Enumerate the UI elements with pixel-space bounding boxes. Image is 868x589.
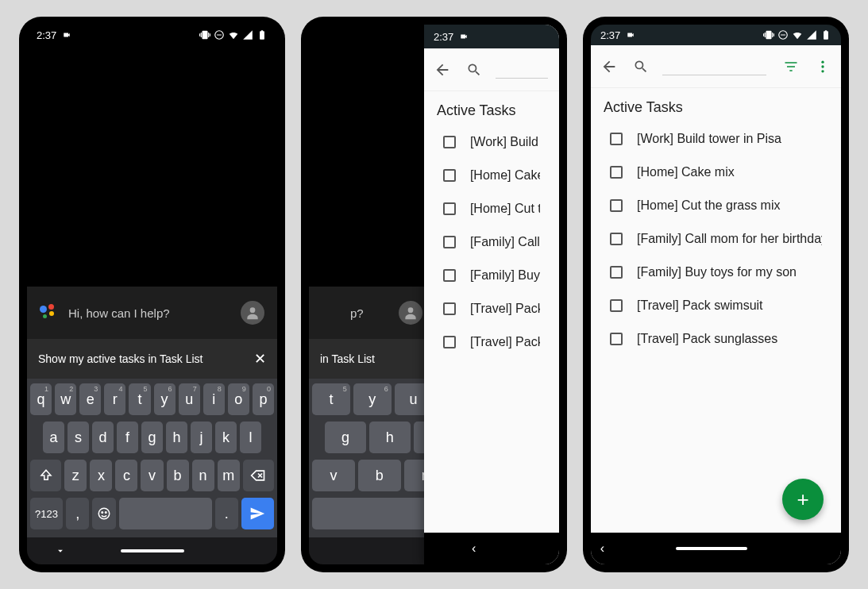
task-item[interactable]: [Work] Build t <box>424 125 559 159</box>
key-y[interactable]: y6 <box>154 383 176 415</box>
task-item[interactable]: [Home] Cut the grass mix <box>591 189 841 222</box>
task-text: [Home] Cake <box>470 168 540 183</box>
back-icon[interactable] <box>432 60 453 80</box>
status-time: 2:37 <box>434 31 453 43</box>
task-item[interactable]: [Travel] Pack sunglasses <box>591 322 841 356</box>
space-key[interactable] <box>119 498 212 529</box>
emoji-key[interactable] <box>92 498 115 529</box>
key-g[interactable]: g <box>141 422 163 453</box>
task-item[interactable]: [Travel] Pack swimsuit <box>591 289 841 322</box>
back-icon[interactable] <box>599 56 619 77</box>
checkbox[interactable] <box>443 202 456 215</box>
key-k[interactable]: k <box>215 422 237 453</box>
task-item[interactable]: [Family] Buy t <box>424 259 559 292</box>
home-indicator[interactable] <box>121 549 184 552</box>
checkbox[interactable] <box>610 299 623 312</box>
period-key[interactable]: . <box>215 498 238 529</box>
checkbox[interactable] <box>610 333 623 345</box>
task-text: [Family] Buy toys for my son <box>637 265 797 279</box>
search-icon[interactable] <box>464 60 484 80</box>
key-m[interactable]: m <box>218 460 240 491</box>
key-n[interactable]: n <box>192 460 214 491</box>
user-avatar[interactable] <box>241 301 264 325</box>
close-icon[interactable]: ✕ <box>254 350 266 368</box>
backspace-key[interactable] <box>243 460 274 491</box>
task-item[interactable]: [Travel] Pack s <box>424 325 559 359</box>
key-p[interactable]: p0 <box>253 383 274 415</box>
task-item[interactable]: [Family] Call m <box>424 225 559 259</box>
task-item[interactable]: [Home] Cake mix <box>591 156 841 189</box>
wifi-icon <box>228 29 239 40</box>
search-icon[interactable] <box>631 56 651 77</box>
assistant-input-text: Show my active tasks in Task List <box>38 352 203 365</box>
key-q[interactable]: q1 <box>30 383 52 415</box>
key-f[interactable]: f <box>117 422 138 453</box>
key-o[interactable]: o9 <box>228 383 249 415</box>
key-x[interactable]: x <box>90 460 112 491</box>
task-item[interactable]: [Family] Call mom for her birthday <box>591 222 841 256</box>
key-t[interactable]: t5 <box>312 383 350 415</box>
more-icon[interactable] <box>812 56 833 77</box>
key-e[interactable]: e3 <box>79 383 101 415</box>
comma-key[interactable]: , <box>66 498 89 529</box>
task-text: [Travel] Pack sunglasses <box>637 332 777 346</box>
nav-back-icon[interactable]: ‹ <box>472 541 476 556</box>
user-avatar[interactable] <box>399 301 422 325</box>
nav-back-icon[interactable]: ‹ <box>600 541 604 556</box>
key-b[interactable]: b <box>358 460 401 491</box>
assistant-prompt-bar[interactable]: Hi, how can I help? <box>27 287 277 339</box>
key-c[interactable]: c <box>115 460 137 491</box>
checkbox[interactable] <box>443 302 456 315</box>
checkbox[interactable] <box>610 166 623 179</box>
key-w[interactable]: w2 <box>55 383 76 415</box>
send-key[interactable] <box>241 498 274 529</box>
key-h[interactable]: h <box>166 422 187 453</box>
checkbox[interactable] <box>610 133 623 145</box>
checkbox[interactable] <box>610 266 623 279</box>
checkbox[interactable] <box>610 233 623 245</box>
key-r[interactable]: r4 <box>104 383 125 415</box>
key-y[interactable]: y6 <box>353 383 392 415</box>
checkbox[interactable] <box>443 269 456 282</box>
key-b[interactable]: b <box>167 460 189 491</box>
key-v[interactable]: v <box>141 460 163 491</box>
phone-frame-3: 2:37 Active Tasks [Wor <box>583 17 849 572</box>
home-indicator[interactable] <box>676 547 747 550</box>
search-input[interactable] <box>662 58 766 75</box>
key-j[interactable]: j <box>191 422 212 453</box>
nav-down-icon[interactable] <box>55 545 66 556</box>
status-bar: 2:37 <box>27 25 277 45</box>
key-t[interactable]: t5 <box>129 383 150 415</box>
assistant-input-row[interactable]: Show my active tasks in Task List ✕ <box>27 339 277 379</box>
key-s[interactable]: s <box>68 422 89 453</box>
checkbox[interactable] <box>443 136 456 148</box>
search-input[interactable] <box>496 61 548 79</box>
section-title: Active Tasks <box>424 91 559 124</box>
key-l[interactable]: l <box>240 422 261 453</box>
svg-point-17 <box>821 70 824 72</box>
key-d[interactable]: d <box>92 422 114 453</box>
key-v[interactable]: v <box>312 460 355 491</box>
filter-icon[interactable] <box>781 56 801 77</box>
symbols-key[interactable]: ?123 <box>30 498 63 529</box>
dnd-icon <box>777 29 789 40</box>
task-item[interactable]: [Family] Buy toys for my son <box>591 256 841 289</box>
keyboard[interactable]: q1w2e3r4t5y6u7i8o9p0 asdfghjkl zxcvbnm ?… <box>27 379 277 537</box>
key-h[interactable]: h <box>369 422 411 453</box>
key-u[interactable]: u7 <box>179 383 200 415</box>
key-a[interactable]: a <box>43 422 64 453</box>
shift-key[interactable] <box>30 460 61 491</box>
task-text: [Work] Build t <box>470 135 540 149</box>
key-i[interactable]: i8 <box>203 383 225 415</box>
task-item[interactable]: [Travel] Pack s <box>424 292 559 325</box>
checkbox[interactable] <box>610 199 623 212</box>
key-g[interactable]: g <box>325 422 366 453</box>
checkbox[interactable] <box>443 169 456 182</box>
checkbox[interactable] <box>443 236 456 248</box>
key-z[interactable]: z <box>64 460 87 491</box>
task-item[interactable]: [Home] Cut th <box>424 192 559 225</box>
task-item[interactable]: [Work] Build tower in Pisa <box>591 122 841 156</box>
task-item[interactable]: [Home] Cake <box>424 159 559 192</box>
checkbox[interactable] <box>443 336 456 348</box>
fab-add-button[interactable]: + <box>782 479 824 520</box>
